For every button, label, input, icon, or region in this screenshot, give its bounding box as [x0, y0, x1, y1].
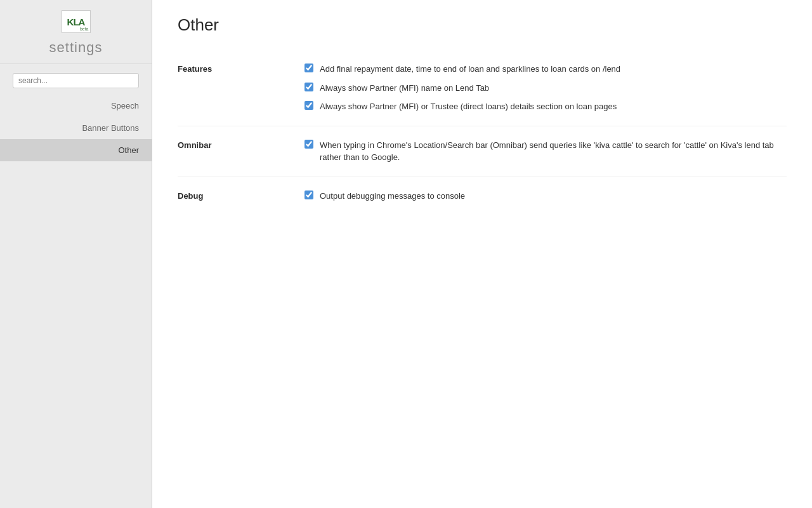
feature-2-row: Always show Partner (MFI) name on Lend T…: [304, 82, 787, 95]
debug-1-label: Output debugging messages to console: [320, 190, 465, 203]
logo-text: KLA: [67, 17, 85, 27]
omnibar-section: Omnibar When typing in Chrome's Location…: [178, 126, 787, 177]
logo-beta: beta: [80, 27, 89, 31]
feature-3-label: Always show Partner (MFI) or Trustee (di…: [320, 100, 617, 113]
omnibar-1-label: When typing in Chrome's Location/Search …: [320, 139, 787, 164]
feature-1-checkbox[interactable]: [304, 64, 313, 72]
debug-content: Output debugging messages to console: [304, 190, 787, 203]
main-content: Other Features Add final repayment date,…: [152, 0, 812, 508]
app-title: settings: [49, 39, 103, 56]
omnibar-1-row: When typing in Chrome's Location/Search …: [304, 139, 787, 164]
feature-1-row: Add final repayment date, time to end of…: [304, 63, 787, 76]
search-input[interactable]: [13, 73, 139, 88]
features-label: Features: [178, 63, 304, 113]
omnibar-label: Omnibar: [178, 139, 304, 164]
omnibar-content: When typing in Chrome's Location/Search …: [304, 139, 787, 164]
debug-section: Debug Output debugging messages to conso…: [178, 177, 787, 215]
logo-box: KLA beta: [62, 10, 91, 33]
debug-1-checkbox[interactable]: [304, 190, 313, 199]
omnibar-1-checkbox[interactable]: [304, 140, 313, 149]
sidebar-item-speech[interactable]: Speech: [0, 95, 152, 117]
features-section: Features Add final repayment date, time …: [178, 50, 787, 126]
feature-3-row: Always show Partner (MFI) or Trustee (di…: [304, 100, 787, 113]
sidebar-item-other[interactable]: Other: [0, 139, 152, 161]
feature-3-checkbox[interactable]: [304, 101, 313, 110]
feature-1-label: Add final repayment date, time to end of…: [320, 63, 620, 76]
header-area: KLA beta settings: [0, 0, 152, 64]
feature-2-label: Always show Partner (MFI) name on Lend T…: [320, 82, 489, 95]
nav-list: Speech Banner Buttons Other: [0, 95, 152, 161]
debug-label: Debug: [178, 190, 304, 203]
features-content: Add final repayment date, time to end of…: [304, 63, 787, 113]
page-title: Other: [178, 15, 787, 35]
feature-2-checkbox[interactable]: [304, 83, 313, 91]
search-area: [0, 64, 152, 95]
sidebar-item-banner-buttons[interactable]: Banner Buttons: [0, 117, 152, 139]
sidebar: KLA beta settings Speech Banner Buttons …: [0, 0, 152, 508]
debug-1-row: Output debugging messages to console: [304, 190, 787, 203]
